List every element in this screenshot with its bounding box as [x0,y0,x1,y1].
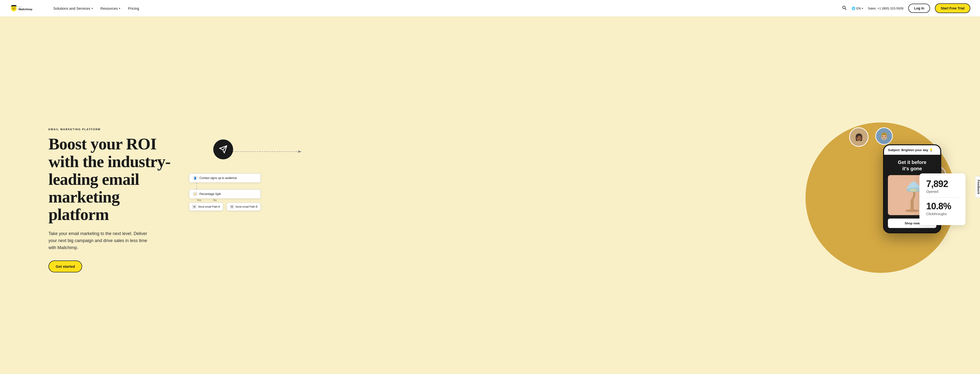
svg-marker-9 [298,150,302,153]
workflow-node-contact: 👤 Contact signs up to audience [189,173,261,183]
svg-rect-4 [11,6,16,6]
svg-line-8 [845,8,846,10]
workflow-branch-b: ✉ Send email Path B [227,203,261,211]
svg-point-14 [909,189,918,191]
dashed-arrow-line [230,147,303,157]
avatar-1: 👩🏾 [849,127,869,147]
nav-pricing[interactable]: Pricing [124,4,143,12]
stats-divider [926,197,959,198]
svg-point-1 [12,8,13,8]
split-icon: ⚡ [192,192,197,197]
resources-chevron-icon: ▾ [119,7,120,10]
logo-svg: intuit Mailchimp [10,3,41,13]
sales-number: Sales: +1 (800) 315-5939 [868,6,904,10]
workflow-diagram: 👤 Contact signs up to audience ⚡ Percent… [189,173,261,211]
get-started-button[interactable]: Get started [48,261,82,272]
yes-no-labels: Yes No [197,199,261,201]
hero-section: EMAIL MARKETING PLATFORM Boost your ROI … [0,16,980,374]
svg-text:Mailchimp: Mailchimp [18,8,32,11]
send-icon [219,145,228,154]
nav-links: Solutions and Services ▾ Resources ▾ Pri… [50,4,842,12]
workflow-branches: ✉ Send email Path A ✉ Send email Path B [189,203,261,211]
email-b-icon: ✉ [230,205,234,209]
ctr-label: Clickthroughs [926,212,959,216]
email-a-icon: ✉ [192,205,197,209]
nav-right: 🌐 EN ▾ Sales: +1 (800) 315-5939 Log In S… [842,3,970,13]
avatar-2: 👨🏼 [875,127,893,145]
workflow-node-split: ⚡ Percentage Split [189,189,261,199]
hero-subtitle: Take your email marketing to the next le… [48,230,155,251]
workflow-branch-a: ✉ Send email Path A [189,203,223,211]
hero-visual: 👩🏾 👨🏼 👩🏻 👨🏾 👩🏼 👤 Contact signs up to aud… [175,125,970,270]
nav-resources[interactable]: Resources ▾ [97,4,124,12]
search-icon[interactable] [842,5,847,11]
trial-button[interactable]: Start Free Trial [935,3,970,13]
language-selector[interactable]: 🌐 EN ▾ [851,6,863,10]
hero-title: Boost your ROI with the industry-leading… [48,135,175,224]
opened-label: Opened [926,190,959,193]
send-icon-circle [213,139,233,159]
hero-eyebrow: EMAIL MARKETING PLATFORM [48,128,175,131]
solutions-chevron-icon: ▾ [92,7,93,10]
nav-solutions[interactable]: Solutions and Services ▾ [50,4,96,12]
feedback-tab[interactable]: Feedback [975,176,980,198]
phone-subject-bar: Subject: Brighten your day 💡 [884,145,940,155]
opened-number: 7,892 [926,179,959,189]
svg-point-2 [14,8,15,8]
login-button[interactable]: Log In [908,4,930,13]
wf-connector-1 [196,183,197,189]
ctr-number: 10.8% [926,201,959,211]
contact-icon: 👤 [192,176,197,181]
hero-content: EMAIL MARKETING PLATFORM Boost your ROI … [48,123,175,272]
stats-card: 7,892 Opened 10.8% Clickthroughs [920,173,966,225]
svg-rect-11 [910,200,913,211]
logo-link[interactable]: intuit Mailchimp [10,3,41,13]
globe-icon: 🌐 [851,6,856,10]
phone-headline: Get it before it's gone [888,159,936,172]
navbar: intuit Mailchimp Solutions and Services … [0,0,980,16]
lang-chevron-icon: ▾ [862,7,863,10]
